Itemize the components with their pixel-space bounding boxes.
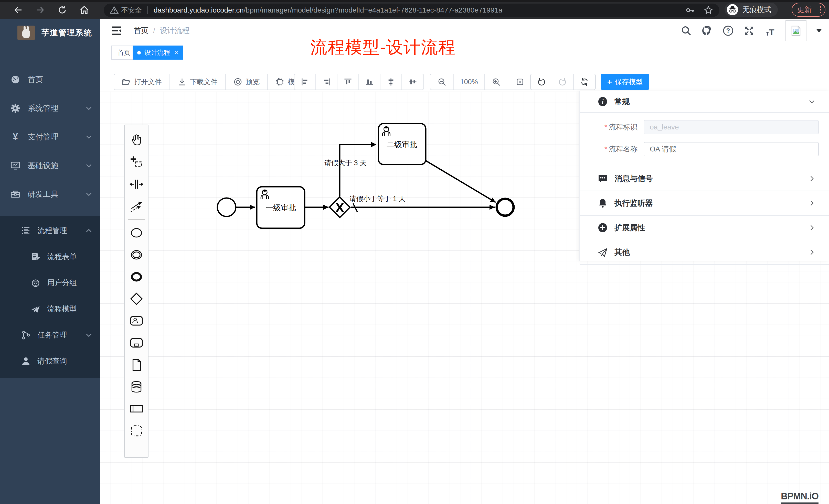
exclusive-gateway[interactable]: X (329, 197, 350, 218)
browser-forward-icon[interactable] (35, 5, 45, 15)
avatar-dropdown-caret[interactable] (816, 29, 822, 33)
save-model-button[interactable]: + 保存模型 (601, 74, 649, 90)
align-middle-vertical-icon (408, 78, 417, 86)
undo-button[interactable] (531, 74, 552, 89)
open-file-button[interactable]: 打开文件 (114, 74, 170, 89)
section-title: 执行监听器 (614, 198, 653, 208)
help-icon[interactable]: ? (722, 25, 734, 36)
browser-reload-icon[interactable] (57, 5, 67, 15)
zoom-in-icon (492, 78, 501, 86)
browser-home-icon[interactable] (79, 5, 89, 15)
flow-gateway-to-task2[interactable] (340, 145, 376, 196)
end-event[interactable] (497, 199, 513, 216)
align-middle-button[interactable] (402, 74, 424, 89)
tab-design-process[interactable]: 设计流程 × (133, 45, 183, 60)
incognito-label: 无痕模式 (743, 5, 771, 14)
password-key-icon[interactable] (686, 6, 695, 15)
sidebar-item-label: 流程表单 (47, 252, 77, 262)
security-label[interactable]: 不安全 (121, 6, 142, 15)
button-label: 打开文件 (134, 77, 162, 86)
sidebar-item-devtools[interactable]: 研发工具 (0, 180, 100, 208)
toolbox-icon (10, 189, 21, 199)
refresh-button[interactable] (574, 74, 595, 89)
align-top-icon (344, 78, 352, 86)
search-icon[interactable] (681, 25, 692, 36)
sidebar-item-user-group[interactable]: 用户分组 (0, 270, 100, 296)
main-content: 首页 / 设计流程 ? TT 首页 设计流程 × 打开文件 (100, 19, 829, 504)
section-extended-attributes[interactable]: 扩展属性 (580, 216, 829, 240)
sidebar-item-task-mgmt[interactable]: 任务管理 (0, 322, 100, 348)
user-task-level2[interactable]: 二级审批 (379, 124, 426, 164)
page-url[interactable]: dashboard.yudao.iocoder.cn/bpm/manager/m… (154, 6, 502, 14)
annotation-title: 流程模型-设计流程 (310, 36, 456, 59)
process-name-input[interactable] (644, 142, 819, 156)
close-tab-icon[interactable]: × (175, 49, 178, 56)
incognito-icon (727, 4, 738, 15)
app-logo[interactable]: 芋道管理系统 (0, 19, 100, 46)
align-top-button[interactable] (337, 74, 359, 89)
plus-icon: + (607, 78, 612, 86)
file-toolbar-group: 打开文件 下载文件 预览 模拟 (114, 74, 310, 90)
redo-icon (558, 78, 567, 86)
update-label[interactable]: 更新 (797, 5, 812, 14)
browser-update-button[interactable]: 更新 (792, 3, 825, 16)
sidebar-item-leave-query[interactable]: 请假查询 (0, 348, 100, 374)
github-icon[interactable] (701, 25, 713, 36)
preview-button[interactable]: 预览 (226, 74, 268, 89)
align-left-button[interactable] (294, 74, 316, 89)
address-bar[interactable]: 不安全 dashboard.yudao.iocoder.cn/bpm/manag… (104, 4, 719, 17)
bookmark-star-icon[interactable] (704, 5, 713, 15)
chevron-right-icon (808, 248, 816, 256)
sidebar-item-label: 基础设施 (28, 160, 58, 171)
align-right-button[interactable] (316, 74, 337, 89)
align-left-icon (300, 78, 309, 86)
zoom-toolbar-group: 100% (430, 74, 532, 90)
zoom-in-button[interactable] (485, 74, 508, 89)
section-execution-listener[interactable]: 执行监听器 (580, 191, 829, 216)
sidebar-item-process-form[interactable]: 流程表单 (0, 244, 100, 270)
zoom-out-icon (437, 78, 446, 86)
breadcrumb-home[interactable]: 首页 (134, 26, 148, 36)
browser-menu-icon[interactable] (820, 6, 821, 13)
zoom-reset-button[interactable] (508, 74, 532, 89)
sidebar-item-process-model[interactable]: 流程模型 (0, 296, 100, 322)
sidebar-item-payment[interactable]: ¥ 支付管理 (0, 122, 100, 151)
process-name-label: 流程名称 (609, 145, 638, 153)
dashboard-icon (10, 74, 21, 85)
start-event[interactable] (217, 198, 236, 217)
redo-button[interactable] (552, 74, 574, 89)
user-task-level1[interactable]: 一级审批 (257, 187, 305, 228)
sidebar-item-infra[interactable]: 基础设施 (0, 151, 100, 180)
send-plane-icon (598, 247, 608, 257)
section-message-signal[interactable]: 消息与信号 (580, 166, 829, 191)
sidebar-toggle-icon[interactable] (111, 26, 122, 35)
sidebar-item-system[interactable]: 系统管理 (0, 94, 100, 122)
align-bottom-icon (365, 78, 374, 86)
sidebar-item-home[interactable]: 首页 (0, 65, 100, 94)
download-icon (178, 78, 186, 86)
font-size-icon[interactable]: TT (764, 25, 776, 36)
zoom-out-button[interactable] (430, 74, 454, 89)
zoom-level-value: 100% (460, 78, 478, 86)
button-label: 预览 (246, 77, 260, 86)
download-file-button[interactable]: 下载文件 (170, 74, 226, 89)
section-other[interactable]: 其他 (580, 240, 829, 265)
bpmn-io-watermark[interactable]: BPMN.iO (781, 491, 819, 504)
section-general-header[interactable]: i 常规 (580, 91, 829, 113)
chevron-down-icon (85, 162, 92, 169)
browser-back-icon[interactable] (13, 5, 23, 15)
sidebar-item-process-mgmt[interactable]: 流程管理 (0, 218, 100, 244)
avatar[interactable] (786, 20, 806, 41)
task1-label: 一级审批 (265, 203, 296, 212)
plus-circle-icon (598, 223, 608, 233)
form-row-process-key: *流程标识 (580, 120, 819, 134)
button-label: 下载文件 (190, 77, 218, 86)
browser-toolbar: 不安全 dashboard.yudao.iocoder.cn/bpm/manag… (0, 0, 829, 19)
section-title: 消息与信号 (614, 173, 653, 184)
fullscreen-icon[interactable] (744, 25, 755, 36)
edge-label-lte-1-day: 请假小于等于 1 天 (350, 195, 405, 203)
history-toolbar-group (530, 74, 596, 90)
flow-task2-to-end[interactable] (426, 161, 496, 202)
align-bottom-button[interactable] (359, 74, 381, 89)
align-center-button[interactable] (381, 74, 402, 89)
